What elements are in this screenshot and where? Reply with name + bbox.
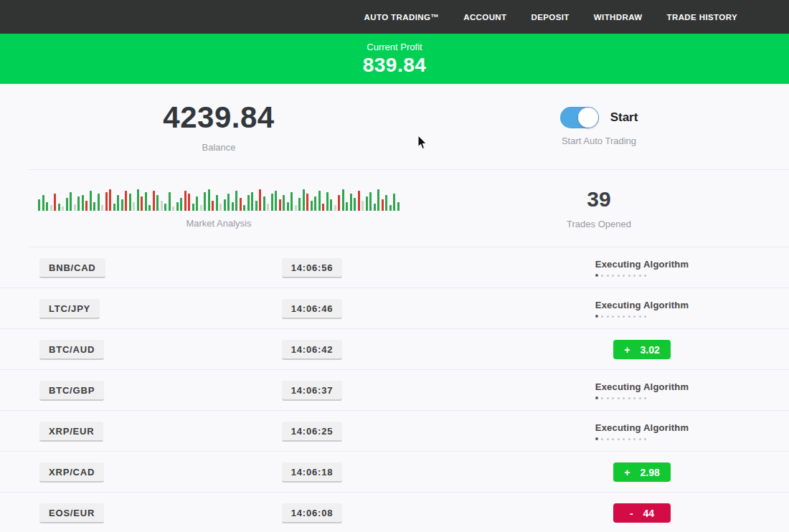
nav-item[interactable]: DEPOSIT	[531, 13, 570, 22]
trade-row: XRP/CAD 14:06:18 + 2.98	[0, 452, 789, 493]
toggle-knob	[578, 108, 598, 128]
nav-item[interactable]: ACCOUNT	[463, 13, 506, 22]
result-value: 3.02	[640, 344, 659, 356]
nav-item[interactable]: AUTO TRADING™	[364, 13, 440, 22]
trades-opened-value: 39	[587, 187, 610, 212]
executing-progress-dots	[595, 396, 689, 399]
pair-pill[interactable]: XRP/CAD	[39, 462, 104, 483]
trade-row: XRP/EUR 14:06:25 Executing Algorithm	[0, 411, 789, 452]
time-pill[interactable]: 14:06:18	[282, 462, 342, 483]
trade-result-badge: + 3.02	[613, 340, 671, 359]
executing-algorithm-label: Executing Algorithm	[595, 422, 689, 433]
market-analysis-chart	[38, 188, 400, 211]
time-pill[interactable]: 14:06:37	[282, 381, 342, 401]
trades-opened-block: 39 Trades Opened	[409, 170, 789, 247]
toggle-label: Start	[610, 110, 638, 125]
market-analysis-label: Market Analysis	[186, 218, 251, 229]
time-pill[interactable]: 14:06:25	[282, 422, 342, 442]
time-pill[interactable]: 14:06:56	[282, 258, 342, 278]
nav-item[interactable]: TRADE HISTORY	[667, 13, 738, 22]
stats-section: 4239.84 Balance Start Start Auto Trading…	[29, 84, 789, 247]
pair-pill[interactable]: BTC/GBP	[39, 381, 104, 401]
auto-trading-block: Start Start Auto Trading	[409, 84, 789, 169]
trade-row: EOS/EUR 14:06:08 - 44	[0, 493, 789, 532]
pair-pill[interactable]: LTC/JPY	[39, 299, 100, 319]
pair-pill[interactable]: BNB/CAD	[39, 258, 105, 278]
top-nav: AUTO TRADING™ ACCOUNT DEPOSIT WITHDRAW T…	[0, 0, 789, 34]
market-analysis-block: Market Analysis	[29, 170, 409, 247]
balance-label: Balance	[202, 142, 236, 153]
pair-pill[interactable]: XRP/EUR	[39, 422, 103, 442]
trade-result-badge: + 2.98	[613, 462, 671, 482]
result-sign: +	[624, 344, 630, 356]
executing-progress-dots	[595, 315, 689, 318]
trade-row: BTC/AUD 14:06:42 + 3.02	[0, 329, 789, 370]
auto-trading-toggle[interactable]	[560, 107, 599, 128]
result-sign: +	[624, 467, 630, 478]
trade-row: LTC/JPY 14:06:46 Executing Algorithm	[0, 288, 789, 329]
pair-pill[interactable]: BTC/AUD	[39, 340, 104, 360]
result-value: 44	[643, 508, 655, 519]
nav-item[interactable]: WITHDRAW	[594, 13, 643, 22]
toggle-sublabel: Start Auto Trading	[562, 136, 636, 146]
result-value: 2.98	[640, 467, 659, 478]
executing-algorithm-label: Executing Algorithm	[595, 300, 689, 310]
current-profit-value: 839.84	[363, 54, 427, 77]
trade-row: BNB/CAD 14:06:56 Executing Algorithm	[0, 247, 789, 288]
result-sign: -	[630, 508, 633, 519]
executing-progress-dots	[595, 274, 689, 277]
balance-block: 4239.84 Balance	[29, 84, 409, 169]
current-profit-banner: Current Profit 839.84	[0, 34, 789, 84]
time-pill[interactable]: 14:06:46	[282, 299, 342, 319]
time-pill[interactable]: 14:06:08	[282, 503, 342, 523]
pair-pill[interactable]: EOS/EUR	[39, 503, 104, 523]
time-pill[interactable]: 14:06:42	[282, 340, 342, 360]
trades-list: BNB/CAD 14:06:56 Executing Algorithm LTC…	[0, 247, 789, 532]
executing-algorithm-label: Executing Algorithm	[595, 381, 689, 392]
current-profit-label: Current Profit	[367, 42, 422, 52]
trade-row: BTC/GBP 14:06:37 Executing Algorithm	[0, 370, 789, 411]
balance-value: 4239.84	[163, 100, 274, 135]
executing-progress-dots	[595, 437, 689, 440]
trade-result-badge: - 44	[613, 503, 671, 523]
trades-opened-label: Trades Opened	[567, 219, 631, 229]
executing-algorithm-label: Executing Algorithm	[595, 259, 689, 270]
